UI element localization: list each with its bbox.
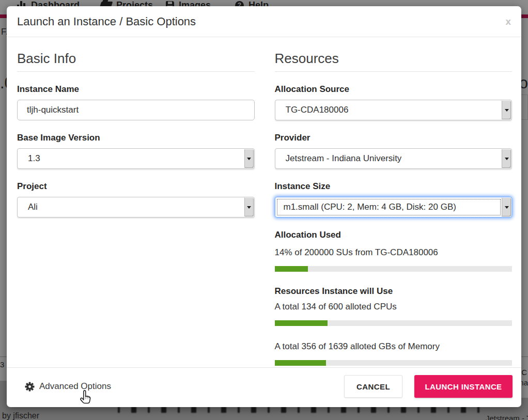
project-label: Project — [17, 181, 255, 192]
resources-section: Resources Allocation Source TG-CDA180006… — [275, 51, 513, 366]
section-heading-resources: Resources — [275, 51, 513, 72]
chevron-down-icon — [244, 149, 254, 168]
launch-instance-button[interactable]: LAUNCH INSTANCE — [414, 375, 513, 398]
selected-value: 1.3 — [28, 149, 40, 168]
instance-size-select[interactable]: m1.small (CPU: 2, Mem: 4 GB, Disk: 20 GB… — [275, 197, 513, 217]
modal-header: Launch an Instance / Basic Options x — [7, 6, 521, 37]
chevron-down-icon — [502, 198, 511, 216]
allocation-used-progressbar — [275, 266, 513, 272]
basic-info-section: Basic Info Instance Name Base Image Vers… — [17, 51, 255, 366]
chevron-down-icon — [244, 198, 254, 216]
modal-footer: Advanced Options CANCEL LAUNCH INSTANCE — [7, 367, 521, 407]
selected-value: Jetstream - Indiana University — [286, 149, 402, 168]
usage-heading: Resources Instance will Use — [275, 286, 513, 297]
chevron-down-icon — [502, 149, 511, 168]
gear-icon — [25, 382, 35, 392]
provider-label: Provider — [275, 133, 513, 143]
memory-usage-progressbar — [275, 360, 513, 366]
cpu-usage-progressbar — [275, 320, 513, 326]
close-icon[interactable]: x — [505, 17, 511, 26]
modal-body: Basic Info Instance Name Base Image Vers… — [7, 38, 521, 366]
chevron-down-icon — [502, 101, 511, 119]
progress-fill — [275, 320, 328, 326]
selected-value: TG-CDA180006 — [286, 100, 349, 120]
selected-value: m1.small (CPU: 2, Mem: 4 GB, Disk: 20 GB… — [284, 197, 456, 217]
progress-fill — [275, 266, 308, 272]
provider-select[interactable]: Jetstream - Indiana University — [275, 148, 513, 169]
allocation-used-text: 14% of 200000 SUs from TG-CDA180006 — [275, 247, 513, 258]
instance-name-label: Instance Name — [17, 84, 255, 95]
advanced-options-label: Advanced Options — [39, 381, 111, 392]
cancel-button[interactable]: CANCEL — [344, 375, 402, 398]
allocation-source-label: Allocation Source — [275, 84, 513, 95]
instance-size-label: Instance Size — [275, 181, 513, 192]
section-heading-basic-info: Basic Info — [17, 51, 255, 72]
launch-instance-modal: Launch an Instance / Basic Options x Bas… — [7, 6, 521, 407]
cpu-usage-text: A total 134 of 600 alloted CPUs — [275, 302, 513, 312]
base-image-version-select[interactable]: 1.3 — [17, 148, 255, 169]
selected-value: Ali — [28, 197, 38, 217]
allocation-source-select[interactable]: TG-CDA180006 — [275, 100, 513, 120]
allocation-used-heading: Allocation Used — [275, 230, 513, 240]
modal-title: Launch an Instance / Basic Options — [17, 15, 196, 28]
memory-usage-text: A total 356 of 1639 alloted GBs of Memor… — [275, 341, 513, 352]
project-select[interactable]: Ali — [17, 197, 255, 217]
progress-fill — [275, 360, 327, 366]
advanced-options-link[interactable]: Advanced Options — [25, 381, 111, 392]
instance-name-input[interactable] — [17, 100, 255, 120]
screen: Dashboard Projects Images ? Help F. .0 r… — [0, 0, 528, 420]
base-image-version-label: Base Image Version — [17, 133, 255, 143]
